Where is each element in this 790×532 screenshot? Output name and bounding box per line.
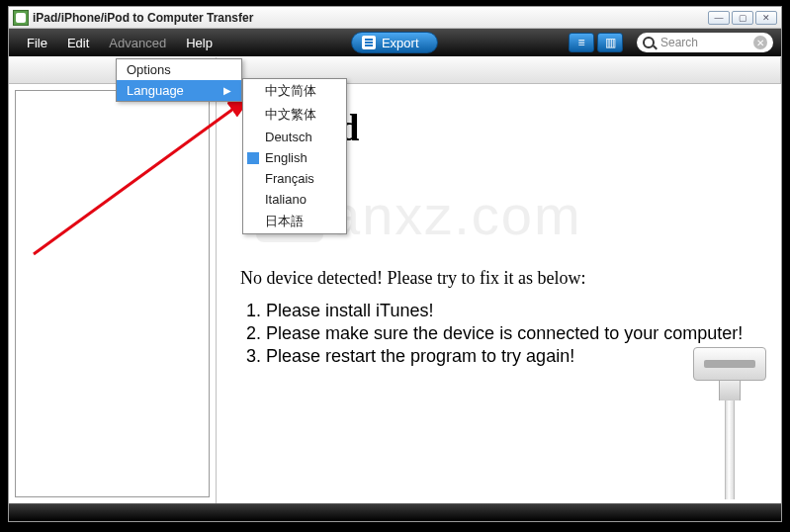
app-icon <box>13 10 29 26</box>
lang-zh-simplified[interactable]: 中文简体 <box>243 79 346 103</box>
status-bar <box>9 503 781 521</box>
view-list-button[interactable]: ≡ <box>569 33 594 52</box>
search-placeholder: Search <box>660 36 747 49</box>
export-icon <box>362 36 376 49</box>
fix-steps-list: Please install iTunes! Please make sure … <box>266 301 757 367</box>
window-title: iPad/iPhone/iPod to Computer Transfer <box>33 11 253 25</box>
step-item: Please restart the program to try again! <box>266 346 757 367</box>
submenu-arrow-icon: ▶ <box>223 85 231 96</box>
export-button[interactable]: Export <box>351 32 438 53</box>
title-bar: iPad/iPhone/iPod to Computer Transfer — … <box>9 7 781 29</box>
dock-connector-illustration <box>690 347 769 486</box>
menu-help[interactable]: Help <box>176 31 222 55</box>
step-item: Please install iTunes! <box>266 301 757 321</box>
clear-search-icon[interactable]: ✕ <box>753 36 767 49</box>
menu-advanced[interactable]: Advanced <box>99 31 176 55</box>
lang-it[interactable]: Italiano <box>243 189 346 210</box>
view-toggle-group: ≡ ▥ <box>569 33 623 52</box>
window-controls: — ▢ ✕ <box>708 11 777 25</box>
device-tree[interactable] <box>15 90 210 497</box>
menu-file[interactable]: File <box>17 31 57 55</box>
body-area: Started anxz.com No device detected! Ple… <box>9 84 781 503</box>
advanced-menu-dropdown: Options Language ▶ <box>116 58 242 102</box>
lang-ja[interactable]: 日本語 <box>243 210 346 233</box>
close-button[interactable]: ✕ <box>755 11 777 25</box>
language-submenu: 中文简体 中文繁体 Deutsch English Français Itali… <box>242 78 347 234</box>
menu-item-language[interactable]: Language ▶ <box>117 80 241 101</box>
lang-zh-traditional[interactable]: 中文繁体 <box>243 103 346 127</box>
maximize-button[interactable]: ▢ <box>732 11 753 25</box>
export-label: Export <box>382 36 419 50</box>
lang-de[interactable]: Deutsch <box>243 127 346 147</box>
menu-item-options[interactable]: Options <box>117 59 241 80</box>
view-grid-button[interactable]: ▥ <box>597 33 623 52</box>
menu-edit[interactable]: Edit <box>57 31 99 55</box>
search-box[interactable]: Search ✕ <box>637 33 773 52</box>
menu-bar: File Edit Advanced Help Export ≡ ▥ Searc… <box>9 29 781 56</box>
step-item: Please make sure the device is connected… <box>266 323 757 344</box>
search-icon <box>643 37 655 48</box>
sidebar <box>9 84 217 503</box>
minimize-button[interactable]: — <box>708 11 730 25</box>
lang-fr[interactable]: Français <box>243 168 346 189</box>
no-device-message: No device detected! Please try to fix it… <box>240 268 757 289</box>
app-window: iPad/iPhone/iPod to Computer Transfer — … <box>8 6 782 522</box>
lang-en[interactable]: English <box>243 147 346 168</box>
